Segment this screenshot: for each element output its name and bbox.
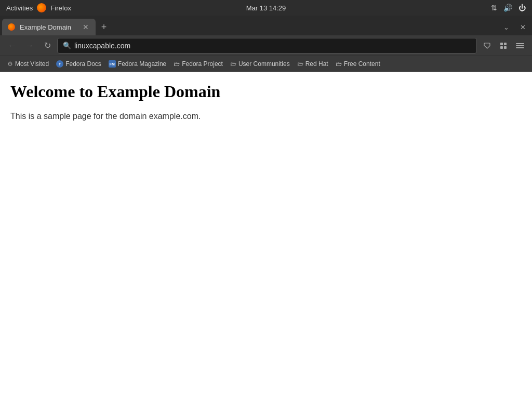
bookmark-fedora-project[interactable]: 🗁 Fedora Project <box>170 59 226 69</box>
reload-button[interactable]: ↻ <box>39 38 55 54</box>
hamburger-menu-button[interactable] <box>512 38 528 54</box>
close-window-button[interactable]: ✕ <box>515 20 530 34</box>
tab-favicon <box>7 23 16 31</box>
bookmark-red-hat-label: Red Hat <box>305 60 328 68</box>
bookmark-user-communities-label: User Communities <box>238 60 290 68</box>
user-communities-icon: 🗁 <box>230 60 236 68</box>
bookmark-fedora-docs-label: Fedora Docs <box>65 60 101 68</box>
url-text: linuxcapable.com <box>74 42 471 50</box>
free-content-icon: 🗁 <box>336 60 342 68</box>
most-visited-icon: ⚙ <box>7 60 13 68</box>
activities-button[interactable]: Activities <box>6 4 33 12</box>
svg-rect-2 <box>500 46 503 49</box>
network-icon[interactable]: ⇅ <box>491 4 497 12</box>
page-content: Welcome to Example Domain This is a samp… <box>0 72 532 399</box>
fedora-docs-icon: f <box>56 60 63 68</box>
red-hat-icon: 🗁 <box>297 60 303 68</box>
tab-list-button[interactable]: ⌄ <box>499 20 513 34</box>
tab-close-button[interactable]: ✕ <box>81 22 90 32</box>
page-body: This is a sample page for the domain exa… <box>10 112 522 121</box>
system-bar: Activities Firefox Mar 13 14:29 ⇅ 🔊 ⏻ <box>0 0 532 16</box>
bookmark-most-visited-label: Most Visited <box>15 60 49 68</box>
power-icon[interactable]: ⏻ <box>518 4 526 12</box>
svg-rect-3 <box>504 46 507 49</box>
back-button[interactable]: ← <box>4 38 20 54</box>
bookmark-most-visited[interactable]: ⚙ Most Visited <box>4 59 52 69</box>
bookmark-fedora-magazine-label: Fedora Magazine <box>118 60 166 68</box>
bookmark-red-hat[interactable]: 🗁 Red Hat <box>294 59 331 69</box>
new-tab-button[interactable]: + <box>97 20 111 34</box>
browser-chrome: Example Domain ✕ + ⌄ ✕ ← → ↻ 🔍 linuxcapa… <box>0 16 532 72</box>
bookmark-free-content[interactable]: 🗁 Free Content <box>332 59 383 69</box>
tab-title: Example Domain <box>20 23 77 31</box>
bookmark-free-content-label: Free Content <box>344 60 380 68</box>
nav-bar: ← → ↻ 🔍 linuxcapable.com <box>0 35 532 56</box>
app-name-label: Firefox <box>50 4 71 12</box>
svg-rect-4 <box>516 43 524 44</box>
bookmarks-bar: ⚙ Most Visited f Fedora Docs FM Fedora M… <box>0 56 532 72</box>
pocket-button[interactable] <box>479 38 495 54</box>
tab-bar: Example Domain ✕ + ⌄ ✕ <box>0 16 532 35</box>
bookmark-fedora-magazine[interactable]: FM Fedora Magazine <box>105 59 169 69</box>
volume-icon[interactable]: 🔊 <box>503 4 512 12</box>
svg-rect-5 <box>516 45 524 46</box>
svg-rect-6 <box>516 47 524 48</box>
extensions-button[interactable] <box>496 38 511 54</box>
datetime-label: Mar 13 14:29 <box>246 4 286 12</box>
bookmark-fedora-docs[interactable]: f Fedora Docs <box>53 59 104 69</box>
fedora-project-icon: 🗁 <box>174 60 180 68</box>
bookmark-user-communities[interactable]: 🗁 User Communities <box>227 59 293 69</box>
tab-favicon-icon <box>8 23 15 31</box>
bookmark-fedora-project-label: Fedora Project <box>182 60 223 68</box>
page-heading: Welcome to Example Domain <box>10 82 522 101</box>
firefox-icon <box>37 3 46 12</box>
fedora-magazine-icon: FM <box>109 60 116 68</box>
svg-rect-0 <box>500 43 503 45</box>
svg-rect-1 <box>504 43 507 45</box>
forward-button[interactable]: → <box>22 38 37 54</box>
url-bar[interactable]: 🔍 linuxcapable.com <box>57 38 477 54</box>
active-tab[interactable]: Example Domain ✕ <box>2 19 96 35</box>
search-icon: 🔍 <box>63 42 71 49</box>
